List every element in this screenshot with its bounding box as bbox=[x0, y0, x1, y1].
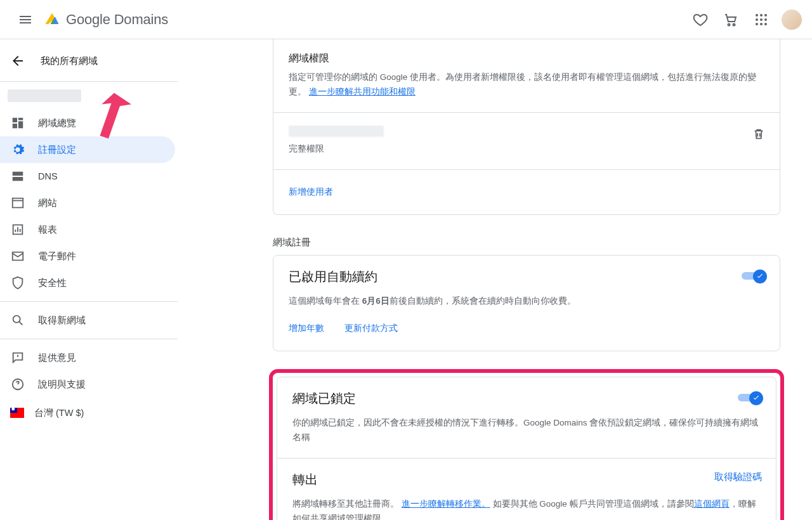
svg-point-4 bbox=[764, 14, 767, 16]
sidebar-item-label: 註冊設定 bbox=[38, 144, 76, 156]
permissions-learn-link[interactable]: 進一步瞭解共用功能和權限 bbox=[309, 87, 416, 96]
menu-icon[interactable] bbox=[10, 4, 41, 35]
main-content: 網域權限 指定可管理你的網域的 Google 使用者。為使用者新增權限後，該名使… bbox=[178, 39, 812, 520]
dns-icon bbox=[10, 169, 25, 184]
sidebar-item-overview[interactable]: 網域總覽 bbox=[0, 110, 175, 136]
gear-icon bbox=[10, 142, 25, 157]
sidebar-item-label: 網域總覽 bbox=[38, 117, 76, 129]
flag-tw-icon bbox=[10, 408, 24, 418]
sidebar-item-website[interactable]: 網站 bbox=[0, 190, 175, 216]
svg-point-1 bbox=[733, 23, 735, 25]
website-icon bbox=[10, 195, 25, 211]
permission-level: 完整權限 bbox=[289, 142, 764, 157]
user-email-redacted bbox=[289, 126, 384, 137]
divider bbox=[0, 81, 178, 82]
autorenew-title: 已啟用自動續約 bbox=[289, 268, 764, 285]
avatar[interactable] bbox=[782, 10, 802, 30]
product-name: Google Domains bbox=[66, 11, 168, 28]
sidebar-feedback[interactable]: 提供意見 bbox=[0, 344, 175, 371]
chart-icon bbox=[10, 222, 25, 237]
add-user-button[interactable]: 新增使用者 bbox=[289, 183, 333, 202]
registration-section-title: 網域註冊 bbox=[273, 237, 787, 249]
get-auth-code-button[interactable]: 取得驗證碼 bbox=[714, 471, 762, 483]
autorenew-date: 6月6日 bbox=[362, 296, 390, 306]
sidebar-item-label: 提供意見 bbox=[38, 352, 76, 364]
region-label: 台灣 (TW $) bbox=[34, 407, 84, 419]
autorenew-toggle[interactable] bbox=[742, 268, 767, 283]
apps-icon[interactable] bbox=[746, 4, 776, 35]
autorenew-desc: 這個網域每年會在 6月6日前後自動續約，系統會在續約時自動向你收費。 bbox=[289, 294, 764, 309]
sidebar-item-label: 安全性 bbox=[38, 277, 67, 289]
sidebar-item-label: 取得新網域 bbox=[38, 315, 86, 327]
sidebar-item-reports[interactable]: 報表 bbox=[0, 216, 175, 243]
cart-icon[interactable] bbox=[716, 4, 746, 35]
dashboard-icon bbox=[10, 115, 25, 131]
mail-icon bbox=[10, 249, 25, 264]
sidebar-item-label: 網站 bbox=[38, 197, 57, 209]
sidebar-item-settings[interactable]: 註冊設定 bbox=[0, 136, 175, 163]
svg-point-0 bbox=[728, 23, 730, 25]
sidebar-item-email[interactable]: 電子郵件 bbox=[0, 243, 175, 270]
transfer-desc: 將網域轉移至其他註冊商。 進一步瞭解轉移作業。 如要與其他 Google 帳戶共… bbox=[292, 497, 761, 520]
svg-point-6 bbox=[760, 18, 763, 21]
sidebar-nav: 網域總覽 註冊設定 DNS 網站 報表 電子郵件 bbox=[0, 110, 178, 296]
svg-point-2 bbox=[756, 14, 758, 16]
top-bar: Google Domains bbox=[0, 0, 812, 39]
sidebar-item-dns[interactable]: DNS bbox=[0, 163, 175, 190]
svg-point-7 bbox=[764, 18, 767, 21]
sidebar-get-new-domain[interactable]: 取得新網域 bbox=[0, 307, 175, 334]
highlight-annotation: 網域已鎖定 你的網域已鎖定，因此不會在未經授權的情況下進行轉移。Google D… bbox=[269, 369, 784, 520]
add-years-button[interactable]: 增加年數 bbox=[289, 319, 324, 338]
lock-title: 網域已鎖定 bbox=[292, 390, 761, 407]
transfer-title: 轉出 bbox=[292, 471, 761, 488]
sidebar-item-label: 報表 bbox=[38, 224, 57, 236]
svg-point-12 bbox=[13, 316, 20, 323]
permissions-heading: 網域權限 bbox=[289, 52, 764, 65]
feedback-icon bbox=[10, 350, 25, 365]
favorites-icon[interactable] bbox=[685, 4, 716, 35]
transfer-learn-link[interactable]: 進一步瞭解轉移作業。 bbox=[402, 499, 490, 509]
sidebar-item-label: 電子郵件 bbox=[38, 250, 76, 263]
product-logo[interactable]: Google Domains bbox=[43, 11, 168, 29]
divider bbox=[0, 301, 178, 302]
lock-transfer-card: 網域已鎖定 你的網域已鎖定，因此不會在未經授權的情況下進行轉移。Google D… bbox=[277, 377, 776, 520]
domains-logo-icon bbox=[43, 11, 61, 29]
lock-toggle[interactable] bbox=[738, 390, 763, 405]
sidebar: 我的所有網域 網域總覽 註冊設定 DNS 網站 報表 bbox=[0, 39, 178, 520]
lock-desc: 你的網域已鎖定，因此不會在未經授權的情況下進行轉移。Google Domains… bbox=[292, 416, 761, 445]
back-icon[interactable] bbox=[5, 48, 30, 74]
domain-name-redacted bbox=[8, 89, 81, 102]
transfer-page-link[interactable]: 這個網頁 bbox=[694, 499, 730, 509]
permissions-desc: 指定可管理你的網域的 Google 使用者。為使用者新增權限後，該名使用者即有權… bbox=[289, 70, 764, 100]
search-icon bbox=[10, 313, 25, 328]
permissions-card: 網域權限 指定可管理你的網域的 Google 使用者。為使用者新增權限後，該名使… bbox=[273, 39, 780, 215]
sidebar-item-label: 說明與支援 bbox=[38, 379, 86, 391]
back-label: 我的所有網域 bbox=[41, 55, 98, 67]
svg-point-3 bbox=[760, 14, 763, 16]
help-icon bbox=[10, 377, 25, 392]
svg-point-8 bbox=[756, 23, 758, 25]
sidebar-region[interactable]: 台灣 (TW $) bbox=[0, 398, 178, 428]
divider bbox=[0, 339, 178, 339]
sidebar-item-label: DNS bbox=[38, 171, 58, 181]
autorenew-card: 已啟用自動續約 這個網域每年會在 6月6日前後自動續約，系統會在續約時自動向你收… bbox=[273, 255, 780, 351]
sidebar-item-security[interactable]: 安全性 bbox=[0, 270, 175, 296]
shield-icon bbox=[10, 275, 25, 290]
sidebar-help[interactable]: 說明與支援 bbox=[0, 371, 175, 398]
svg-point-10 bbox=[764, 23, 767, 25]
update-payment-button[interactable]: 更新付款方式 bbox=[344, 319, 398, 338]
delete-icon[interactable] bbox=[752, 127, 767, 142]
back-row[interactable]: 我的所有網域 bbox=[0, 46, 178, 76]
svg-point-5 bbox=[756, 18, 758, 21]
svg-point-9 bbox=[760, 23, 763, 25]
